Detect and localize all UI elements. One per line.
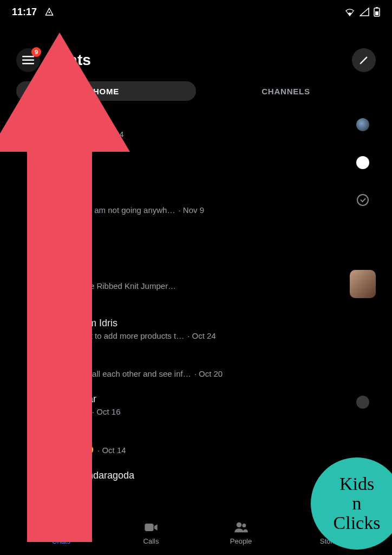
pencil-icon bbox=[358, 55, 369, 66]
people-icon bbox=[233, 520, 249, 535]
chat-item[interactable]: ank Cai u can now call each other and se… bbox=[16, 348, 376, 386]
chat-preview: do you want to add more products t… bbox=[49, 331, 184, 340]
chat-name: ank Cai bbox=[49, 356, 82, 367]
svg-point-0 bbox=[49, 11, 50, 13]
chat-name: amal Mandal bbox=[49, 116, 104, 127]
watermark-line: Clicks bbox=[334, 513, 381, 533]
svg-rect-2 bbox=[376, 7, 378, 8]
chat-time: 15:08 bbox=[52, 167, 77, 177]
chat-preview: u: Feels like am not going anywh… bbox=[49, 205, 175, 215]
chat-preview: o worries 😊 bbox=[49, 445, 94, 455]
svg-rect-3 bbox=[375, 11, 378, 15]
menu-badge: 9 bbox=[31, 47, 41, 57]
chat-name: ki Davis bbox=[49, 230, 83, 241]
menu-button[interactable]: 9 bbox=[16, 48, 40, 72]
chat-preview: ntern Sleeve Ribbed Knit Jumper… bbox=[49, 281, 176, 291]
nav-people[interactable]: People bbox=[196, 509, 286, 555]
chat-name: esara Bandaragoda bbox=[49, 470, 134, 481]
chat-time: Oct 24 bbox=[187, 331, 216, 340]
svg-rect-4 bbox=[22, 56, 34, 57]
chat-time: Nov 7 bbox=[52, 243, 78, 253]
chat-preview: u can now call each other and see inf… bbox=[49, 369, 191, 378]
chat-name: amil Anwar bbox=[49, 393, 96, 405]
status-app-icon bbox=[44, 7, 54, 17]
svg-rect-7 bbox=[145, 524, 153, 531]
chat-list: amal Mandal sent a photo.23:24 abeth 15:… bbox=[16, 108, 376, 504]
hamburger-icon bbox=[22, 56, 34, 64]
chat-bubble-icon bbox=[54, 520, 69, 535]
chat-thumbnail bbox=[356, 396, 369, 409]
tab-label: CHANNELS bbox=[262, 87, 310, 96]
svg-rect-5 bbox=[22, 60, 34, 61]
svg-point-8 bbox=[237, 522, 241, 527]
chat-item[interactable]: ura Sage o worries 😊Oct 14 bbox=[16, 424, 376, 462]
nav-chats[interactable]: Chats bbox=[16, 509, 106, 555]
page-title: Chats bbox=[49, 51, 91, 69]
chat-item[interactable]: HEIN ntern Sleeve Ribbed Knit Jumper… Vi… bbox=[16, 260, 376, 310]
chat-name: ary Kathill bbox=[49, 192, 92, 203]
tab-channels[interactable]: CHANNELS bbox=[196, 81, 376, 101]
nav-label: Chats bbox=[52, 537, 70, 545]
tab-home[interactable]: HOME bbox=[16, 81, 196, 101]
chat-item[interactable]: ki Davis Nov 7 bbox=[16, 222, 376, 260]
chat-item[interactable]: abeth 15:08 bbox=[16, 146, 376, 184]
chat-time: Nov 9 bbox=[178, 205, 204, 215]
chat-preview: u: Thanks ! bbox=[49, 407, 89, 416]
view-more-link[interactable]: View more bbox=[49, 293, 87, 302]
chat-name: ura Sage bbox=[49, 431, 88, 443]
chat-thumbnail bbox=[356, 156, 369, 169]
video-icon bbox=[143, 520, 159, 535]
chat-item[interactable]: ary Kathill u: Feels like am not going a… bbox=[16, 184, 376, 222]
signal-icon bbox=[360, 8, 369, 16]
chat-preview: sent a photo. bbox=[49, 130, 96, 139]
chat-thumbnail bbox=[356, 118, 369, 131]
verified-icon bbox=[75, 269, 85, 279]
chat-item[interactable]: amal Mandal sent a photo.23:24 bbox=[16, 108, 376, 146]
chat-time: Oct 14 bbox=[97, 446, 126, 455]
watermark-line: n bbox=[352, 493, 362, 513]
status-right bbox=[344, 7, 380, 17]
nav-label: People bbox=[230, 537, 252, 545]
nav-label: Calls bbox=[143, 537, 159, 545]
chat-time: 23:24 bbox=[99, 130, 124, 139]
tab-row: HOME CHANNELS bbox=[16, 81, 376, 101]
svg-point-9 bbox=[242, 524, 246, 527]
svg-rect-6 bbox=[22, 63, 34, 64]
nav-calls[interactable]: Calls bbox=[106, 509, 196, 555]
chat-item[interactable]: amil Anwar u: Thanks !Oct 16 bbox=[16, 386, 376, 424]
delivered-icon bbox=[357, 194, 369, 206]
status-time: 11:17 bbox=[12, 7, 37, 18]
chat-item[interactable]: odulazeem Idris do you want to add more … bbox=[16, 310, 376, 348]
chat-name: abeth bbox=[49, 154, 73, 165]
chat-thumbnail bbox=[350, 270, 376, 298]
watermark-line: Kids bbox=[339, 474, 374, 494]
battery-icon bbox=[374, 7, 380, 17]
tab-label: HOME bbox=[93, 87, 119, 96]
wifi-icon bbox=[344, 8, 355, 16]
chat-time: Oct 16 bbox=[92, 407, 121, 416]
header: 9 Chats bbox=[0, 47, 392, 74]
chat-name: odulazeem Idris bbox=[49, 318, 117, 329]
chat-name: HEIN bbox=[49, 268, 72, 279]
chat-time: Oct 20 bbox=[194, 369, 223, 378]
compose-button[interactable] bbox=[352, 48, 376, 72]
status-bar: 11:17 bbox=[0, 0, 392, 24]
